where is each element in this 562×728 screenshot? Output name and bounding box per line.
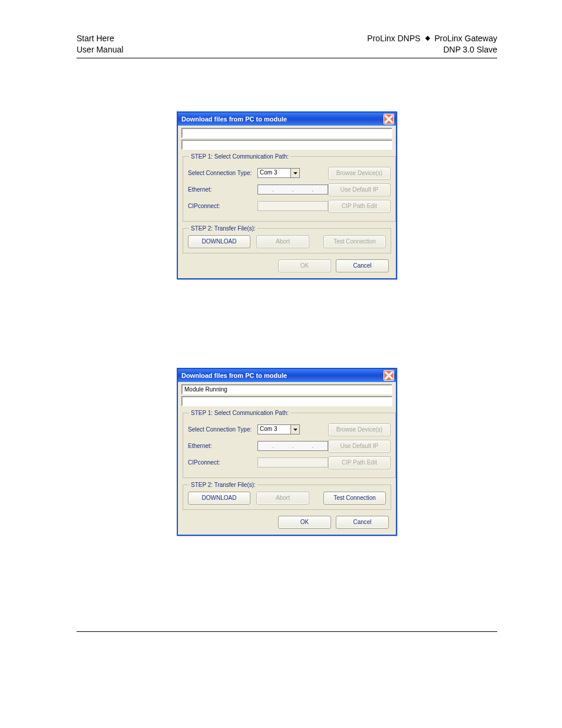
select-connection-type-label: Select Connection Type: — [188, 170, 257, 176]
page-header: Start Here User Manual ProLinx DNPS ProL… — [77, 33, 497, 55]
ethernet-label: Ethernet: — [188, 186, 257, 193]
browse-devices-button[interactable]: Browse Device(s) — [328, 423, 391, 436]
ethernet-ip-field[interactable]: . . . — [257, 185, 328, 195]
download-dialog-2: Download files from PC to module Module … — [177, 368, 397, 536]
cip-path-edit-button[interactable]: CIP Path Edit — [328, 200, 391, 213]
step1-group: STEP 1: Select Communication Path: Selec… — [183, 410, 396, 478]
download-button[interactable]: DOWNLOAD — [188, 492, 250, 505]
abort-button[interactable]: Abort — [256, 492, 309, 505]
step2-group: STEP 2: Transfer File(s): DOWNLOAD Abort… — [183, 482, 391, 510]
cipconnect-field[interactable] — [257, 201, 328, 211]
use-default-ip-button[interactable]: Use Default IP — [328, 440, 391, 453]
window-title: Download files from PC to module — [181, 372, 287, 379]
test-connection-button[interactable]: Test Connection — [323, 492, 386, 505]
cancel-button[interactable]: Cancel — [336, 259, 389, 272]
cip-path-edit-button[interactable]: CIP Path Edit — [328, 456, 391, 469]
header-right-line2: DNP 3.0 Slave — [367, 44, 497, 55]
cipconnect-label: CIPconnect: — [188, 459, 257, 466]
close-icon[interactable] — [384, 114, 394, 124]
download-button[interactable]: DOWNLOAD — [188, 235, 250, 248]
status-line-2 — [181, 140, 392, 150]
browse-devices-button[interactable]: Browse Device(s) — [328, 167, 391, 180]
footer-divider — [77, 631, 497, 632]
step1-group: STEP 1: Select Communication Path: Selec… — [183, 153, 396, 222]
chevron-down-icon[interactable] — [290, 169, 299, 177]
cancel-button[interactable]: Cancel — [336, 516, 389, 529]
header-left-line1: Start Here — [77, 33, 123, 44]
test-connection-button[interactable]: Test Connection — [323, 235, 386, 248]
header-divider — [77, 58, 497, 58]
step2-legend: STEP 2: Transfer File(s): — [189, 482, 257, 488]
ok-button[interactable]: OK — [278, 516, 331, 529]
header-right-line1: ProLinx DNPS ProLinx Gateway — [367, 33, 497, 44]
ok-button[interactable]: OK — [278, 259, 331, 272]
cipconnect-field[interactable] — [257, 457, 328, 467]
connection-type-value: Com 3 — [258, 425, 290, 434]
abort-button[interactable]: Abort — [256, 235, 309, 248]
status-line-2 — [181, 396, 392, 406]
diamond-icon — [425, 36, 429, 41]
step1-legend: STEP 1: Select Communication Path: — [189, 153, 290, 160]
titlebar[interactable]: Download files from PC to module — [178, 369, 396, 382]
header-left-line2: User Manual — [77, 44, 123, 55]
step2-legend: STEP 2: Transfer File(s): — [189, 225, 257, 232]
connection-type-combo[interactable]: Com 3 — [257, 168, 300, 178]
ethernet-label: Ethernet: — [188, 443, 257, 449]
use-default-ip-button[interactable]: Use Default IP — [328, 183, 391, 196]
cipconnect-label: CIPconnect: — [188, 203, 257, 209]
ethernet-ip-field[interactable]: . . . — [257, 441, 328, 451]
status-line-1: Module Running — [181, 384, 392, 394]
connection-type-combo[interactable]: Com 3 — [257, 424, 300, 434]
step1-legend: STEP 1: Select Communication Path: — [189, 410, 290, 416]
titlebar[interactable]: Download files from PC to module — [178, 113, 396, 126]
chevron-down-icon[interactable] — [290, 425, 299, 434]
step2-group: STEP 2: Transfer File(s): DOWNLOAD Abort… — [183, 225, 391, 253]
connection-type-value: Com 3 — [258, 169, 290, 177]
status-line-1 — [181, 128, 392, 138]
close-icon[interactable] — [384, 370, 394, 381]
window-title: Download files from PC to module — [181, 116, 287, 123]
download-dialog-1: Download files from PC to module STEP 1:… — [177, 111, 397, 279]
select-connection-type-label: Select Connection Type: — [188, 426, 257, 433]
